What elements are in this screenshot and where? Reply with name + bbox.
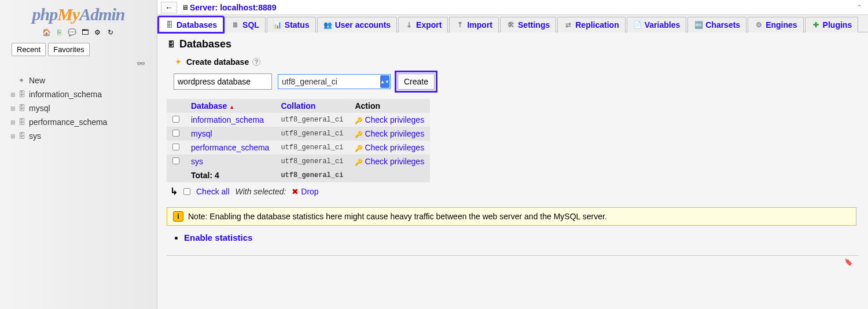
tree-item-label: information_schema [29,90,102,99]
footer-bookmark-icon[interactable]: 🔖 [167,256,859,268]
privileges-icon: 🔑 [355,117,363,124]
tree-item[interactable]: ⊞ 🗄 information_schema [10,87,157,101]
table-row: performance_schema utf8_general_ci 🔑Chec… [167,141,430,154]
tab-export[interactable]: ⤓Export [398,17,448,32]
favorites-tab[interactable]: Favorites [48,43,89,56]
docs-icon[interactable]: 💬 [68,28,77,37]
table-row: mysql utf8_general_ci 🔑Check privileges [167,127,430,141]
row-collation: utf8_general_ci [275,113,349,127]
check-privileges-link[interactable]: Check privileges [365,157,424,166]
tree-item-label: sys [29,131,41,141]
tab-status[interactable]: 📊Status [267,17,316,32]
tab-replication[interactable]: ⇄Replication [557,17,625,32]
collapse-icon[interactable]: ⌃ [856,3,865,12]
sidebar-quick-icons: 🏠 ⎘ 💬 🗔 ⚙ ↻ [0,28,157,37]
check-privileges-link[interactable]: Check privileges [365,115,424,124]
check-privileges-link[interactable]: Check privileges [365,143,424,152]
tree-new[interactable]: ✦ New [10,73,157,87]
tree-item-label: mysql [29,104,50,113]
page-title: 🗄 Databases [167,38,859,50]
variables-icon: 📄 [633,20,642,30]
db-link[interactable]: performance_schema [191,143,269,152]
server-breadcrumb[interactable]: Server: localhost:8889 [190,3,276,12]
tab-databases[interactable]: 🗄Databases [159,17,223,32]
note-box: i Note: Enabling the database statistics… [167,207,856,226]
create-database-heading: ✦ Create database ? [174,57,859,67]
tree-item-label: performance_schema [29,117,107,127]
with-selected-label: With selected: [236,187,286,196]
drop-action[interactable]: ✖ Drop [292,187,318,196]
db-link[interactable]: sys [191,157,203,166]
help-icon[interactable]: ? [252,58,260,66]
sort-asc-icon: ▲ [229,104,234,110]
tab-settings[interactable]: 🛠Settings [500,17,556,32]
db-link[interactable]: information_schema [191,115,264,124]
database-name-input[interactable] [174,73,272,90]
create-database-form: ▲▼ Create [174,72,859,91]
enable-statistics-link[interactable]: Enable statistics [184,233,252,242]
sidebar-link-toggle[interactable]: 👓 [0,58,157,71]
tab-import[interactable]: ⤒Import [449,17,499,32]
tab-user-accounts[interactable]: 👥User accounts [317,17,397,32]
topbar: ← 🖥 Server: localhost:8889 ⌃ [157,0,868,15]
collation-select[interactable] [278,74,391,89]
tree-item[interactable]: ⊞ 🗄 performance_schema [10,115,157,129]
db-link[interactable]: mysql [191,129,212,138]
expand-icon[interactable]: ⊞ [10,133,19,139]
row-checkbox[interactable] [172,157,179,164]
logo-my: My [57,5,79,24]
plugins-icon: ✚ [811,20,821,30]
reload-icon[interactable]: ↻ [106,28,115,37]
col-database[interactable]: Database ▲ [185,99,275,113]
row-checkbox[interactable] [172,130,179,137]
tab-charsets[interactable]: 🔤Charsets [687,17,746,32]
create-db-icon: ✦ [174,57,183,67]
expand-icon[interactable]: ⊞ [10,91,19,98]
total-label: Total: 4 [185,168,275,182]
row-checkbox[interactable] [172,116,179,123]
col-collation[interactable]: Collation [275,99,349,113]
main-panel: ← 🖥 Server: localhost:8889 ⌃ 🗄Databases … [157,0,868,309]
table-row: sys utf8_general_ci 🔑Check privileges [167,154,430,168]
expand-icon[interactable]: ⊞ [10,105,19,112]
create-button[interactable]: Create [398,73,435,90]
users-icon: 👥 [323,20,333,30]
import-icon: ⤒ [455,20,465,30]
tab-sql[interactable]: 🗎SQL [225,17,266,32]
check-privileges-link[interactable]: Check privileges [365,129,424,138]
collation-select-wrap: ▲▼ [278,74,391,89]
tab-plugins[interactable]: ✚Plugins [805,17,859,32]
database-icon: 🗄 [19,90,29,98]
db-tree: ✦ New ⊞ 🗄 information_schema ⊞ 🗄 mysql ⊞… [0,73,157,143]
back-button[interactable]: ← [161,2,177,13]
expand-icon[interactable]: ⊞ [10,119,19,126]
privileges-icon: 🔑 [355,159,363,166]
replication-icon: ⇄ [564,20,573,30]
tree-item[interactable]: ⊞ 🗄 mysql [10,101,157,115]
phpmyadmin-logo[interactable]: phpMyAdmin [0,5,157,24]
privileges-icon: 🔑 [355,145,363,152]
stats-list: Enable statistics [167,231,859,244]
check-all-checkbox[interactable] [183,188,190,195]
nav-tabs: 🗄Databases 🗎SQL 📊Status 👥User accounts ⤓… [157,15,868,32]
home-icon[interactable]: 🏠 [42,28,52,37]
sidebar-tabs: Recent Favorites [6,43,151,56]
content: 🗄 Databases ✦ Create database ? ▲▼ Creat… [157,32,868,309]
logout-icon[interactable]: ⎘ [55,28,64,37]
recent-tab[interactable]: Recent [12,43,46,56]
nav-settings-icon[interactable]: ⚙ [93,28,102,37]
tab-variables[interactable]: 📄Variables [627,17,687,32]
row-collation: utf8_general_ci [275,154,349,168]
tree-item[interactable]: ⊞ 🗄 sys [10,129,157,143]
database-icon: 🗄 [167,40,176,49]
server-icon: 🖥 [181,3,190,12]
query-window-icon[interactable]: 🗔 [80,28,90,37]
tab-engines[interactable]: ⚙Engines [748,17,803,32]
note-text: Note: Enabling the database statistics h… [188,212,607,221]
check-all-link[interactable]: Check all [196,187,230,196]
charsets-icon: 🔤 [694,20,703,30]
table-total-row: Total: 4 utf8_general_ci [167,168,430,182]
sql-icon: 🗎 [231,20,240,30]
row-collation: utf8_general_ci [275,141,349,154]
row-checkbox[interactable] [172,144,179,150]
